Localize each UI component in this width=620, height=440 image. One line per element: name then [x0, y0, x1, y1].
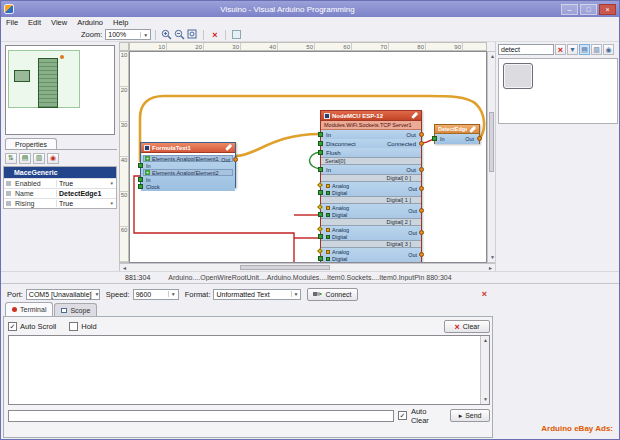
property-row-name[interactable]: Name DetectEdge1	[4, 188, 116, 198]
maximize-button[interactable]: □	[580, 4, 597, 15]
zoom-fit-icon[interactable]	[186, 29, 199, 41]
analog-pin[interactable]	[317, 248, 323, 254]
block-header[interactable]: FormulaText1	[141, 143, 235, 153]
format-combobox[interactable]: Unformatted Text ▼	[213, 289, 301, 300]
formula-element[interactable]: + Elements.Analog(Element2	[143, 169, 233, 176]
zoom-out-icon[interactable]	[173, 29, 186, 41]
close-button[interactable]: ×	[599, 4, 616, 15]
properties-grid-header[interactable]: MaceGeneric	[4, 167, 116, 178]
block-title: FormulaText1	[152, 145, 223, 151]
block-nodemcu-esp12[interactable]: NodeMCU ESP-12 Modules.WiFi.Sockets.TCP …	[320, 110, 422, 263]
sort-icon[interactable]: ⇅	[5, 153, 17, 164]
pin-row-flush: Flush	[321, 148, 421, 157]
clock-pin[interactable]	[138, 184, 143, 189]
input-pin[interactable]	[318, 167, 323, 172]
block-header[interactable]: NodeMCU ESP-12	[321, 111, 421, 121]
terminal-output[interactable]: ▲ ▼	[8, 335, 490, 405]
view-categories-icon[interactable]: ▤	[579, 44, 590, 55]
delete-icon[interactable]: ×	[208, 29, 221, 41]
port-combobox[interactable]: COM5 [Unavailable] ▼	[26, 289, 100, 300]
digital-pin[interactable]	[318, 234, 323, 239]
auto-clear-checkbox[interactable]: ✓	[398, 411, 407, 420]
output-pin[interactable]	[419, 252, 424, 257]
clear-search-icon[interactable]: ×	[555, 44, 566, 55]
menu-view[interactable]: View	[46, 18, 72, 27]
input-pin[interactable]	[138, 177, 143, 182]
block-detectedge1[interactable]: DetectEdge1 In Out	[434, 124, 480, 144]
digital-pin[interactable]	[318, 256, 323, 261]
speed-combobox[interactable]: 9600 ▼	[133, 289, 179, 300]
input-pin[interactable]	[318, 141, 323, 146]
menu-edit[interactable]: Edit	[23, 18, 46, 27]
input-pin[interactable]	[318, 150, 323, 155]
connect-button[interactable]: Connect	[307, 288, 357, 301]
digital-pin[interactable]	[318, 190, 323, 195]
design-overview-minimap[interactable]	[5, 45, 115, 135]
component-search-input[interactable]	[498, 44, 554, 55]
input-pin[interactable]	[138, 163, 143, 168]
analog-pin[interactable]	[317, 226, 323, 232]
auto-scroll-checkbox[interactable]: ✓	[8, 322, 17, 331]
output-pin[interactable]	[419, 208, 424, 213]
view-list-icon[interactable]: ▥	[591, 44, 602, 55]
properties-toolbar: ⇅ ▤ ▥ ◉	[5, 152, 117, 164]
output-pin[interactable]	[233, 157, 238, 162]
output-pin[interactable]	[419, 167, 424, 172]
output-pin[interactable]	[419, 230, 424, 235]
minimize-button[interactable]: –	[561, 4, 578, 15]
scroll-up-icon[interactable]: ▲	[481, 336, 490, 345]
analog-pin[interactable]	[317, 204, 323, 210]
scroll-thumb[interactable]	[489, 112, 494, 172]
output-pin[interactable]	[419, 141, 424, 146]
analog-pin[interactable]	[317, 182, 323, 188]
digital-pin[interactable]	[318, 212, 323, 217]
input-pin[interactable]	[432, 136, 437, 141]
property-row-rising[interactable]: Rising True▼	[4, 198, 116, 208]
send-button[interactable]: ▸ Send	[450, 409, 490, 422]
zoom-combobox[interactable]: 100% ▼	[105, 29, 151, 40]
terminal-scrollbar[interactable]: ▲ ▼	[480, 336, 489, 404]
property-row-enabled[interactable]: Enabled True▼	[4, 178, 116, 188]
tcp-server-subtitle[interactable]: Modules.WiFi.Sockets.TCP Server1	[321, 121, 421, 130]
serial-section-header[interactable]: Serial[0]	[321, 157, 421, 165]
input-pin[interactable]	[318, 132, 323, 137]
scroll-thumb[interactable]	[240, 265, 330, 270]
analog-icon	[326, 184, 330, 188]
send-text-input[interactable]	[8, 410, 394, 422]
block-header[interactable]: DetectEdge1	[435, 125, 479, 134]
help-icon[interactable]	[230, 29, 243, 41]
title-bar: Visuino - Visual Arduino Programming – □…	[1, 1, 619, 17]
minimap-block	[14, 70, 30, 82]
menu-file[interactable]: File	[1, 18, 23, 27]
edit-icon[interactable]	[469, 126, 476, 133]
menu-arduino[interactable]: Arduino	[72, 18, 108, 27]
tab-scope[interactable]: Scope	[54, 303, 97, 316]
edit-icon[interactable]	[225, 144, 232, 151]
output-pin[interactable]	[477, 136, 482, 141]
tab-divider	[5, 149, 117, 150]
edit-icon[interactable]	[411, 112, 418, 119]
output-pin[interactable]	[419, 186, 424, 191]
filter-icon[interactable]: ▼	[567, 44, 578, 55]
record-icon	[12, 307, 17, 312]
app-icon[interactable]	[4, 4, 14, 14]
hold-label: Hold	[81, 322, 96, 331]
panel-pin-icon[interactable]: ◉	[603, 44, 614, 55]
pin-icon[interactable]: ◉	[47, 153, 59, 164]
block-title: DetectEdge1	[438, 126, 467, 132]
alphabetical-icon[interactable]: ▥	[33, 153, 45, 164]
block-formulatext1[interactable]: FormulaText1 Out + Elements.Analog(Eleme…	[140, 142, 236, 188]
categorized-icon[interactable]: ▤	[19, 153, 31, 164]
scroll-down-icon[interactable]: ▼	[481, 395, 490, 404]
menu-help[interactable]: Help	[108, 18, 133, 27]
clear-button[interactable]: × Clear	[444, 320, 490, 333]
tab-terminal[interactable]: Terminal	[5, 302, 53, 316]
output-pin[interactable]	[419, 132, 424, 137]
zoom-in-icon[interactable]	[160, 29, 173, 41]
hold-checkbox[interactable]	[69, 322, 78, 331]
component-item-detectedge[interactable]	[503, 63, 533, 89]
formula-element[interactable]: + Elements.Analog(Element1	[143, 155, 233, 162]
disconnect-icon[interactable]: ×	[482, 289, 487, 299]
plug-icon	[313, 290, 322, 298]
design-canvas[interactable]: FormulaText1 Out + Elements.Analog(Eleme…	[129, 51, 487, 263]
